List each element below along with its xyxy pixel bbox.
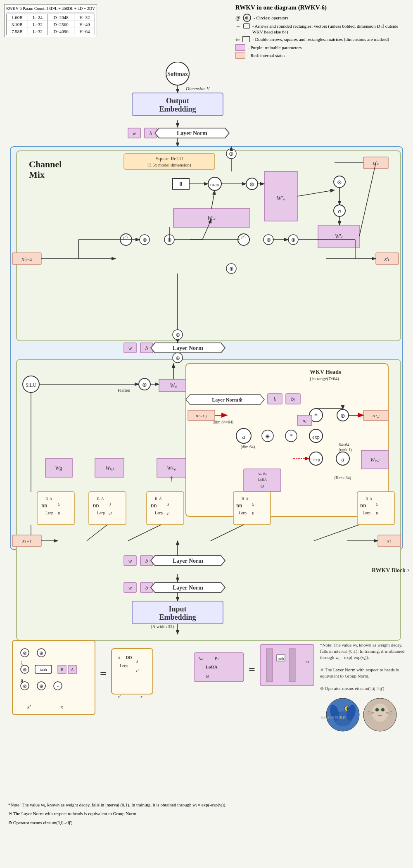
layer-norm-star: Layer Norm※ xyxy=(212,397,242,403)
dim64x64-label: (dim 64×64) xyxy=(213,420,233,425)
times-op-mur: ⊗ xyxy=(266,237,271,243)
w-param-2: w xyxy=(128,345,132,351)
wo-matrix: Wₒ xyxy=(170,383,177,389)
plus-op-top: ⊕ xyxy=(229,151,234,157)
output-embedding-label2: Embedding xyxy=(159,105,196,113)
layer-norm-2: Layer Norm xyxy=(173,345,203,351)
param-table-header: RWKV-6 Param Count: 13D²L + 468DL + 4D +… xyxy=(6,6,95,12)
dd2-lambda: λ xyxy=(136,659,138,664)
x-prime-ddl: x′ xyxy=(27,704,31,710)
dagger-op: † xyxy=(170,476,173,483)
note2-label: ※ The Layer Norm with respect to heads i… xyxy=(320,667,399,672)
mu-r-prime: μ′ᵣ xyxy=(241,234,247,239)
equals-2: = xyxy=(249,663,255,676)
w-param-4: w xyxy=(128,585,132,591)
legend-circles-text: - Circles: operators xyxy=(254,15,288,20)
b-param-3: b xyxy=(145,558,148,564)
lora3-tanh: tanh xyxy=(278,656,284,661)
layer-norm-3: Layer Norm xyxy=(173,558,203,564)
svg-rect-88 xyxy=(357,492,394,525)
a-width-label: (A width 32) xyxy=(151,624,174,629)
svg-rect-130 xyxy=(266,649,273,682)
watermark: 无积分直接求解 xyxy=(320,716,346,720)
b-param-1: b xyxy=(150,130,152,136)
dd-lerp-a4: A xyxy=(246,497,249,501)
dim64-label: (dim 64) xyxy=(241,445,255,449)
plus-op-mur: ⊕ xyxy=(291,237,296,243)
equals-1: = xyxy=(100,667,107,680)
dd-lerp-lerp5: Lerp xyxy=(363,511,370,515)
legend-arrows-text: - Arrows and rounded rectangles: vectors… xyxy=(252,23,409,35)
dd-lerp-mu2: μ xyxy=(109,510,112,515)
note3: ⊛ Operator means einsum('i,ij->ij') xyxy=(8,819,405,827)
dd2-a: A xyxy=(118,656,121,660)
lora2-a0: A₀ xyxy=(198,656,203,661)
b-param-4: b xyxy=(145,585,148,591)
b-param-2: b xyxy=(145,345,148,351)
input-embedding-label2: Embedding xyxy=(159,613,196,621)
b-ddl: B xyxy=(61,667,64,672)
svg-rect-132 xyxy=(289,649,295,682)
svg-point-142 xyxy=(375,708,379,711)
dd-lerp-dd1: DD xyxy=(41,504,47,508)
wrj-matrix: Wᵣ,ⱼ xyxy=(105,465,114,471)
dd-lerp-mu1: μ xyxy=(57,510,60,515)
omega-param: ω xyxy=(261,483,264,489)
times-op-ddl3: ⊗ xyxy=(23,683,27,689)
notes-area: *Note: The value wⱼ, known as weight dec… xyxy=(8,801,405,827)
lora-label2: LoRA xyxy=(258,478,267,482)
times-op-ddl2: ⊗ xyxy=(23,667,27,673)
sigma-op: σ xyxy=(338,208,341,214)
svg-rect-86 xyxy=(147,492,184,525)
legend-double-arrows-text: - Double arrows, squares and rectangles:… xyxy=(252,36,389,42)
circle-a-wkv: a xyxy=(242,434,245,440)
rwkv-block-label: RWKV Block × L xyxy=(372,567,409,573)
dd2-x: x xyxy=(140,694,143,699)
x-ddl: x xyxy=(60,704,63,710)
w-param-1: w xyxy=(133,130,136,136)
dd-lerp-lambda3: λ xyxy=(167,502,169,507)
times-op-silu: ⊗ xyxy=(142,382,147,388)
star-op: * xyxy=(314,412,318,420)
plus-op-ddl2: ⊕ xyxy=(39,683,43,689)
j-range-label: j in range(D/64) xyxy=(309,376,339,381)
mu-k-prime: μ′ₖ xyxy=(123,234,129,239)
uj-param: uⱼ xyxy=(303,417,307,423)
dd-lerp-lambda5: λ xyxy=(375,502,378,507)
softmax-label: Softmax xyxy=(167,71,188,77)
wkv-heads-label: WKV Heads xyxy=(310,369,341,375)
dd-lerp-mu3: μ xyxy=(167,510,170,515)
note1-text1: falls in interval (0,1). In training, it… xyxy=(320,649,405,654)
times-op-channel: ⊗ xyxy=(337,179,342,185)
channel-mix-title: Channel xyxy=(29,159,62,169)
legend-box: RWKV in one diagram (RWKV-6) @ ⊗ - Circl… xyxy=(235,4,409,59)
exp-op: exp xyxy=(312,434,319,440)
lora2-label: LoRA xyxy=(206,664,218,669)
legend-item-purple: - Purple: trainable parameters xyxy=(235,44,409,51)
dd-lerp-lambda2: λ xyxy=(109,502,112,507)
square-icon xyxy=(242,36,250,42)
flatten-label: Flatten xyxy=(118,388,131,392)
legend-item-red: - Red: internal states xyxy=(235,52,409,59)
lora3-omega: ω xyxy=(306,659,309,664)
a-ddl: A xyxy=(71,667,74,672)
wg-matrix: Wg xyxy=(55,465,62,471)
plus-op-cm-out: ⊕ xyxy=(229,266,234,272)
note2: ※ The Layer Norm with respect to heads i… xyxy=(8,810,405,818)
note1-label: *Note: The value wⱼ, known as weight dec… xyxy=(320,642,403,647)
legend-item-circles: @ ⊗ - Circles: operators xyxy=(235,14,409,22)
note1-text2: through wⱼ = exp(-exp(vⱼ)). xyxy=(320,655,369,660)
dd-lerp-b3: B xyxy=(155,497,157,501)
at1-j: aₜ₋₁,ⱼ xyxy=(196,413,207,419)
rank1-label2: (rank 1) xyxy=(339,447,352,452)
layer-norm-4: Layer Norm xyxy=(173,585,203,591)
wv-prime-matrix: W′ᵥ xyxy=(277,195,286,202)
rect-icon xyxy=(243,23,250,29)
dd-lerp-dd3: DD xyxy=(151,504,157,508)
wr-prime-matrix: W′ᵣ xyxy=(335,233,343,240)
lora-label: A₀ B₀ xyxy=(258,472,267,476)
x-prime-t: x′ₜ xyxy=(384,256,390,262)
wvj-matrix: Wᵥ,ⱼ xyxy=(370,457,379,463)
note3-label: ⊛ Operator means einsum('i,ij->ij') xyxy=(320,686,385,691)
silu-op: SiLU xyxy=(26,382,36,388)
